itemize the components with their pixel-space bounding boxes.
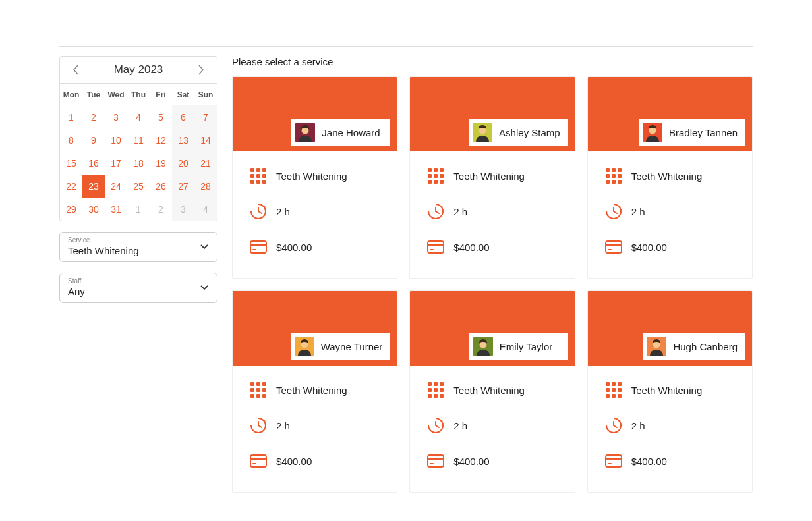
svg-point-104: [620, 425, 622, 427]
calendar-prev-button[interactable]: [68, 62, 84, 78]
calendar-day[interactable]: 7: [194, 105, 217, 128]
calendar-day[interactable]: 26: [150, 175, 172, 198]
calendar-day[interactable]: 5: [150, 105, 172, 128]
svg-point-30: [442, 206, 443, 207]
svg-rect-92: [606, 382, 610, 386]
staff-select[interactable]: Staff Any: [59, 273, 218, 303]
calendar-day[interactable]: 4: [194, 198, 217, 221]
svg-rect-96: [612, 388, 616, 392]
calendar-weekday: Fri: [150, 84, 172, 105]
payment-card-icon: [605, 452, 622, 470]
calendar-day[interactable]: 13: [172, 128, 194, 151]
calendar-day[interactable]: 2: [150, 198, 172, 221]
svg-point-14: [265, 211, 266, 213]
svg-point-68: [265, 425, 266, 427]
calendar-day[interactable]: 3: [105, 105, 127, 128]
service-price: $400.00: [453, 456, 489, 467]
calendar-day[interactable]: 11: [127, 128, 150, 151]
sidebar: May 2023 MonTueWedThuFriSatSun 123456789…: [59, 56, 218, 493]
svg-rect-87: [428, 455, 444, 467]
calendar-weekday: Sun: [194, 84, 217, 105]
calendar-day[interactable]: 3: [172, 198, 194, 221]
calendar: May 2023 MonTueWedThuFriSatSun 123456789…: [59, 56, 218, 221]
svg-rect-34: [428, 244, 444, 246]
calendar-next-button[interactable]: [193, 62, 209, 78]
calendar-day[interactable]: 28: [194, 175, 217, 198]
calendar-day[interactable]: 18: [127, 151, 150, 175]
calendar-day[interactable]: 8: [60, 128, 82, 151]
service-card[interactable]: Ashley Stamp Teeth Whitening 2 h: [409, 76, 575, 279]
calendar-day[interactable]: 15: [60, 151, 82, 175]
svg-point-50: [620, 211, 622, 213]
staff-select-value: Any: [68, 286, 209, 297]
svg-rect-4: [262, 168, 266, 172]
calendar-day[interactable]: 20: [172, 151, 194, 175]
service-card[interactable]: Jane Howard Teeth Whitening 2 h: [232, 76, 397, 279]
calendar-day[interactable]: 21: [194, 151, 217, 175]
calendar-day[interactable]: 16: [82, 151, 105, 175]
svg-point-66: [264, 420, 266, 422]
svg-rect-105: [606, 455, 622, 467]
calendar-day[interactable]: 29: [60, 198, 82, 221]
calendar-day[interactable]: 1: [60, 105, 82, 128]
calendar-day[interactable]: 22: [60, 175, 82, 198]
payment-card-icon: [427, 238, 444, 256]
svg-rect-69: [250, 455, 266, 467]
svg-rect-8: [250, 180, 254, 184]
svg-rect-93: [612, 382, 616, 386]
service-card[interactable]: Hugh Canberg Teeth Whitening 2 h: [587, 290, 753, 493]
service-card[interactable]: Wayne Turner Teeth Whitening 2 h: [232, 290, 397, 493]
calendar-day[interactable]: 19: [150, 151, 172, 175]
svg-point-48: [619, 206, 620, 207]
service-select[interactable]: Service Teeth Whitening: [59, 232, 218, 262]
card-body: Teeth Whitening 2 h $400.00: [233, 366, 397, 492]
clock-icon: [605, 203, 622, 220]
calendar-header: May 2023: [60, 57, 217, 84]
chevron-right-icon: [198, 65, 204, 75]
calendar-day[interactable]: 30: [82, 198, 105, 221]
svg-point-31: [442, 209, 444, 210]
calendar-day[interactable]: 10: [105, 128, 127, 151]
svg-point-86: [442, 425, 444, 427]
svg-rect-80: [428, 394, 432, 398]
svg-rect-59: [250, 388, 254, 392]
calendar-day[interactable]: 17: [105, 151, 127, 175]
svg-rect-100: [618, 394, 622, 398]
service-card[interactable]: Bradley Tannen Teeth Whitening 2 h: [587, 76, 753, 279]
service-card[interactable]: Emily Taylor Teeth Whitening 2 h: [409, 290, 575, 493]
clock-icon: [605, 417, 622, 434]
svg-rect-94: [618, 382, 622, 386]
card-header: Jane Howard: [233, 77, 397, 151]
svg-rect-62: [250, 394, 254, 398]
svg-rect-45: [612, 180, 616, 184]
svg-point-67: [265, 423, 266, 424]
calendar-day[interactable]: 2: [82, 105, 105, 128]
card-header: Ashley Stamp: [410, 77, 574, 151]
avatar-icon: [473, 337, 493, 356]
calendar-day[interactable]: 31: [105, 198, 127, 221]
card-body: Teeth Whitening 2 h $400.00: [410, 151, 574, 278]
calendar-day[interactable]: 27: [172, 175, 194, 198]
calendar-day[interactable]: 4: [127, 105, 150, 128]
calendar-day[interactable]: 6: [172, 105, 194, 128]
services-grid-icon: [605, 381, 622, 398]
svg-rect-53: [608, 249, 612, 250]
staff-badge: Ashley Stamp: [469, 119, 568, 146]
staff-name: Wayne Turner: [321, 341, 383, 352]
svg-rect-106: [606, 458, 622, 460]
calendar-day[interactable]: 12: [150, 128, 172, 151]
svg-rect-2: [250, 168, 254, 172]
calendar-day[interactable]: 24: [105, 175, 127, 198]
svg-rect-61: [262, 388, 266, 392]
calendar-day[interactable]: 1: [127, 198, 150, 221]
calendar-day[interactable]: 9: [82, 128, 105, 151]
calendar-day[interactable]: 25: [127, 175, 150, 198]
service-name: Teeth Whitening: [276, 171, 347, 182]
svg-point-12: [264, 206, 266, 207]
calendar-weekday: Thu: [127, 84, 150, 105]
svg-rect-88: [428, 458, 444, 460]
svg-rect-33: [428, 241, 444, 253]
calendar-day[interactable]: 23: [82, 175, 105, 198]
service-select-label: Service: [68, 236, 209, 244]
calendar-day[interactable]: 14: [194, 128, 217, 151]
